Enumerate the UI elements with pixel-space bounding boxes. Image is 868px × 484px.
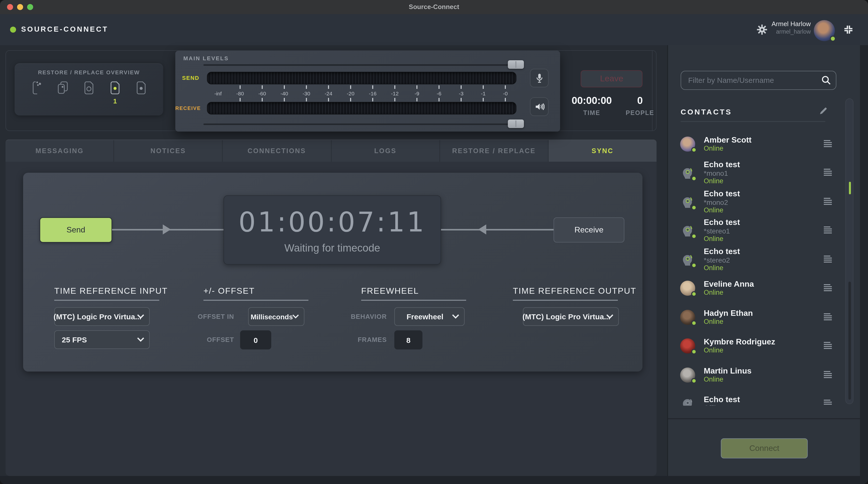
user-info[interactable]: Armel Harlow armel_harlow xyxy=(770,20,811,36)
contact-row[interactable]: Hadyn Ethan Online xyxy=(675,303,839,332)
divider xyxy=(652,51,652,131)
edit-pencil-icon[interactable] xyxy=(819,106,828,116)
offset-value-input[interactable] xyxy=(240,330,271,350)
offset-in-dropdown[interactable]: Milliseconds xyxy=(248,307,304,326)
leave-button[interactable]: Leave xyxy=(581,70,643,87)
sync-receive-button[interactable]: Receive xyxy=(554,217,624,243)
user-avatar[interactable] xyxy=(814,20,835,41)
compress-icon[interactable] xyxy=(843,24,854,35)
time-reference-input-device-dropdown[interactable]: (MTC) Logic Pro Virtua... xyxy=(54,307,150,326)
contact-row[interactable]: Eveline Anna Online xyxy=(675,274,839,303)
send-volume-slider[interactable] xyxy=(204,64,521,66)
scroll-position-marker xyxy=(849,182,851,194)
scale-value: -inf xyxy=(214,90,221,96)
contact-row[interactable]: Echo test Offline xyxy=(675,389,839,406)
contact-name: Amber Scott xyxy=(704,135,824,144)
tab-label: RESTORE / REPLACE xyxy=(452,147,536,155)
contact-avatar xyxy=(680,223,695,238)
people-label: PEOPLE xyxy=(616,109,664,117)
receive-volume-handle[interactable] xyxy=(508,120,524,128)
receive-level-meter xyxy=(207,102,516,115)
sidebar-divider xyxy=(668,418,860,419)
timecode-value: 01:00:07:11 xyxy=(239,206,426,238)
contact-status: Online xyxy=(704,206,824,215)
time-value: 00:00:00 xyxy=(568,95,616,106)
app-window: Source-Connect SOURCE-CONNECT Armel Harl… xyxy=(0,0,868,484)
contact-name: Kymbre Rodriguez xyxy=(704,337,824,347)
receive-volume-slider[interactable] xyxy=(204,124,521,125)
menu-lines-icon[interactable] xyxy=(824,256,832,264)
tab-messaging[interactable]: MESSAGING xyxy=(5,140,114,162)
contact-username: *mono2 xyxy=(704,198,824,206)
contact-row[interactable]: Kymbre Rodriguez Online xyxy=(675,332,839,360)
contact-row[interactable]: Echo test *stereo1 Online xyxy=(675,216,839,245)
menu-lines-icon[interactable] xyxy=(824,313,832,321)
file-copy-icon xyxy=(56,80,69,105)
search-icon[interactable] xyxy=(821,75,831,85)
menu-lines-icon[interactable] xyxy=(824,284,832,292)
online-status-dot xyxy=(691,291,697,297)
contact-username: *mono1 xyxy=(704,169,824,178)
contact-row[interactable]: Echo test *mono1 Online xyxy=(675,158,839,187)
menu-lines-icon[interactable] xyxy=(824,169,832,177)
scale-value: -80 xyxy=(236,90,244,96)
session-time: 00:00:00 TIME xyxy=(568,95,616,117)
send-volume-handle[interactable] xyxy=(508,60,524,69)
tab-logs[interactable]: LOGS xyxy=(331,140,440,162)
contact-status: Online xyxy=(704,178,824,186)
arrow-right-icon xyxy=(163,224,171,234)
footer-strip xyxy=(0,476,860,484)
contact-row[interactable]: Martin Linus Online xyxy=(675,360,839,389)
behavior-dropdown[interactable]: Freewheel xyxy=(394,307,465,326)
meter-scale-ticks-top xyxy=(207,85,516,89)
app-header: SOURCE-CONNECT Armel Harlow armel_harlow xyxy=(0,14,868,45)
frames-value-input[interactable] xyxy=(394,330,423,350)
tab-connections[interactable]: CONNECTIONS xyxy=(223,140,331,162)
tab-label: CONNECTIONS xyxy=(248,147,306,155)
mic-icon[interactable] xyxy=(530,69,549,87)
scale-value: -6 xyxy=(437,90,441,96)
contacts-underline xyxy=(681,121,825,122)
gear-icon[interactable] xyxy=(756,24,768,35)
connect-button[interactable]: Connect xyxy=(721,438,808,458)
menu-lines-icon[interactable] xyxy=(824,371,832,379)
menu-lines-icon[interactable] xyxy=(824,198,832,206)
menu-lines-icon[interactable] xyxy=(824,342,832,350)
contacts-scrollbar[interactable] xyxy=(845,98,854,404)
tab-notices[interactable]: NOTICES xyxy=(114,140,222,162)
contact-avatar xyxy=(680,136,695,152)
overview-active-count: 1 xyxy=(113,97,117,105)
contact-row[interactable]: Echo test *stereo2 Online xyxy=(675,245,839,274)
app-name: SOURCE-CONNECT xyxy=(21,25,108,33)
online-status-dot xyxy=(691,320,697,326)
scale-value: -12 xyxy=(391,90,399,96)
online-status-dot xyxy=(691,205,697,211)
contact-row[interactable]: Echo test *mono2 Online xyxy=(675,187,839,216)
contact-status: Offline xyxy=(704,405,824,406)
main-levels-panel: MAIN LEVELS SEND -inf-80-60-40-30-24-20-… xyxy=(175,51,560,132)
tab-restore-replace[interactable]: RESTORE / REPLACE xyxy=(440,140,548,162)
menu-lines-icon[interactable] xyxy=(824,227,832,235)
sync-send-button[interactable]: Send xyxy=(40,217,112,243)
scale-value: -24 xyxy=(325,90,332,96)
menu-lines-icon[interactable] xyxy=(824,140,832,148)
speaker-icon[interactable] xyxy=(530,97,549,116)
section-title-time-reference-output: TIME REFERENCE OUTPUT xyxy=(513,286,637,296)
time-reference-output-device-dropdown[interactable]: (MTC) Logic Pro Virtua... xyxy=(523,307,619,326)
scale-value: -3 xyxy=(459,90,464,96)
filter-field xyxy=(681,71,836,90)
contact-row[interactable]: Amber Scott Online xyxy=(675,130,839,158)
filter-input[interactable] xyxy=(687,72,813,88)
receive-meter-label: RECEIVE xyxy=(175,102,204,115)
window-title: Source-Connect xyxy=(0,0,868,14)
contact-avatar xyxy=(680,396,695,406)
meter-scale-labels: -inf-80-60-40-30-24-20-16-12-9-6-3-1-0 xyxy=(207,90,516,97)
contact-status: Online xyxy=(704,144,824,153)
tab-sync[interactable]: SYNC xyxy=(549,140,656,162)
fps-dropdown[interactable]: 25 FPS xyxy=(54,330,150,349)
user-username: armel_harlow xyxy=(770,28,811,36)
contact-name: Eveline Anna xyxy=(704,280,824,289)
scale-value: -20 xyxy=(347,90,354,96)
menu-lines-icon[interactable] xyxy=(824,400,832,406)
behavior-label: BEHAVIOR xyxy=(321,307,387,326)
